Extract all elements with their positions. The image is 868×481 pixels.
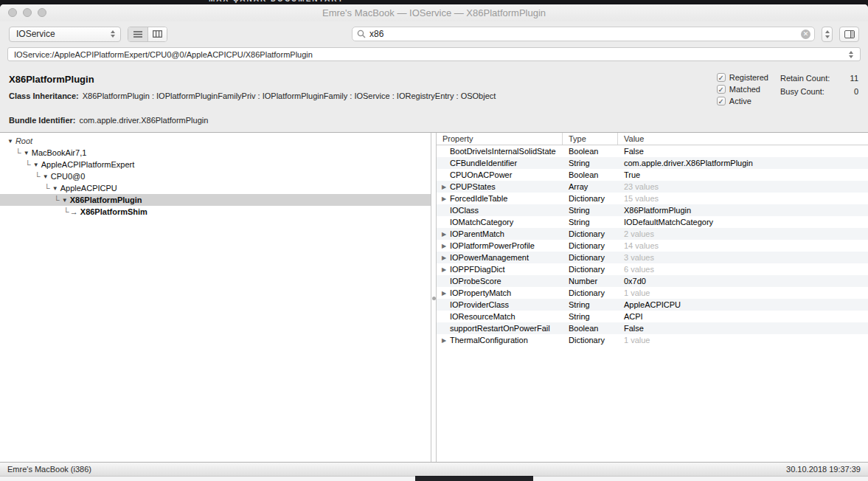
property-name-cell: ▶IOPowerManagement xyxy=(437,253,563,262)
clear-search-icon[interactable]: ✕ xyxy=(801,30,810,39)
close-button[interactable] xyxy=(8,8,17,17)
tree-branch-line: └ xyxy=(35,172,41,181)
property-row-iopropertymatch[interactable]: ▶IOPropertyMatchDictionary1 value xyxy=(437,287,868,299)
counts: Retain Count: 11 Busy Count: 0 xyxy=(780,73,858,96)
disclosure-triangle-icon[interactable]: ▶ xyxy=(440,195,450,202)
tree-item-label: Root xyxy=(15,136,32,145)
property-name-cell: ▶ForcedIdleTable xyxy=(437,194,563,203)
property-row-cpupstates[interactable]: ▶CPUPStatesArray23 values xyxy=(437,181,868,193)
zoom-button[interactable] xyxy=(38,8,46,17)
inspector-panel-icon xyxy=(844,30,855,38)
split-divider[interactable] xyxy=(431,133,437,462)
property-row-ioprobescore[interactable]: IOProbeScoreNumber0x7d0 xyxy=(437,275,868,287)
property-name: ThermalConfiguration xyxy=(450,336,528,345)
list-view-button[interactable] xyxy=(128,27,147,41)
property-name: IOParentMatch xyxy=(450,229,504,238)
property-row-ioproviderclass[interactable]: IOProviderClassStringAppleACPICPU xyxy=(437,299,868,311)
property-row-ioplatformpowerprofile[interactable]: ▶IOPlatformPowerProfileDictionary14 valu… xyxy=(437,240,868,252)
property-name-cell: ▶CPUPStates xyxy=(437,182,563,191)
disclosure-triangle-icon[interactable]: ▼ xyxy=(7,138,13,145)
tree-item-label: CPU0@0 xyxy=(51,172,86,181)
property-row-ioppfdiagdict[interactable]: ▶IOPPFDiagDictDictionary6 values xyxy=(437,263,868,275)
property-type: Dictionary xyxy=(563,229,618,238)
disclosure-triangle-icon[interactable]: ▶ xyxy=(440,231,450,238)
active-checkbox[interactable]: ✓ xyxy=(717,97,726,105)
property-value: 0x7d0 xyxy=(618,277,868,286)
property-type: Dictionary xyxy=(563,194,618,203)
disclosure-triangle-icon[interactable]: ▼ xyxy=(33,162,39,168)
plane-popup-button[interactable]: IOService xyxy=(9,27,121,42)
disclosure-triangle-icon[interactable]: ▶ xyxy=(440,243,450,249)
state-and-counts: ✓ Registered ✓ Matched ✓ Active Retain C… xyxy=(717,73,858,105)
tree-item-root[interactable]: ▼Root xyxy=(0,135,431,147)
busy-count-label: Busy Count: xyxy=(780,87,824,96)
tree-item-macbookair7-1[interactable]: └▼MacBookAir7,1 xyxy=(0,147,431,159)
property-row-cfbundleidentifier[interactable]: CFBundleIdentifierStringcom.apple.driver… xyxy=(437,157,868,169)
class-inheritance-label: Class Inheritance: xyxy=(9,91,79,100)
path-text: IOService:/AppleACPIPlatformExpert/CPU0@… xyxy=(14,50,847,59)
property-value: ACPI xyxy=(618,312,868,321)
status-bar: Emre's MacBook (i386) 30.10.2018 19:37:3… xyxy=(0,462,868,476)
registered-label: Registered xyxy=(729,73,768,82)
background-dock-fragment xyxy=(415,476,533,481)
search-result-stepper[interactable] xyxy=(822,27,833,42)
search-icon xyxy=(357,30,366,38)
titlebar[interactable]: Emre's MacBook — IOService — X86Platform… xyxy=(0,4,868,21)
matched-checkbox[interactable]: ✓ xyxy=(717,85,726,94)
property-row-iomatchcategory[interactable]: IOMatchCategoryStringIODefaultMatchCateg… xyxy=(437,216,868,228)
property-type: Number xyxy=(563,277,618,286)
divider-grip-icon[interactable] xyxy=(432,297,436,300)
active-label: Active xyxy=(729,97,751,105)
tree-item-x86platformplugin[interactable]: └▼X86PlatformPlugin xyxy=(0,194,431,206)
disclosure-triangle-icon[interactable]: ▶ xyxy=(440,255,450,261)
registry-tree: ▼Root└▼MacBookAir7,1└▼AppleACPIPlatformE… xyxy=(0,133,431,462)
property-name: IOProviderClass xyxy=(450,300,509,309)
bundle-identifier-line: Bundle Identifier:com.apple.driver.X86Pl… xyxy=(9,116,859,125)
tree-item-cpu0-0[interactable]: └▼CPU0@0 xyxy=(0,170,431,182)
property-name: BootDriveIsInternalSolidState xyxy=(450,147,556,156)
disclosure-triangle-icon[interactable]: ▼ xyxy=(62,197,68,204)
property-row-cpuonacpower[interactable]: CPUOnACPowerBooleanTrue xyxy=(437,169,868,181)
property-row-bootdriveisinternalsolidstate[interactable]: BootDriveIsInternalSolidStateBooleanFals… xyxy=(437,145,868,157)
column-view-button[interactable] xyxy=(147,27,167,41)
tree-item-appleacpicpu[interactable]: └▼AppleACPICPU xyxy=(0,182,431,194)
property-type: Array xyxy=(563,182,618,191)
property-type: Boolean xyxy=(563,147,618,156)
disclosure-triangle-icon[interactable]: ▶ xyxy=(440,290,450,297)
property-table-header: Property Type Value xyxy=(437,133,868,145)
disclosure-triangle-icon[interactable]: ▶ xyxy=(440,266,450,273)
toolbar: IOService ✕ xyxy=(0,21,868,46)
property-row-supportrestartonpowerfail[interactable]: supportRestartOnPowerFailBooleanFalse xyxy=(437,322,868,334)
registered-checkbox[interactable]: ✓ xyxy=(717,73,726,82)
property-row-thermalconfiguration[interactable]: ▶ThermalConfigurationDictionary1 value xyxy=(437,334,868,346)
path-bar-container: IOService:/AppleACPIPlatformExpert/CPU0@… xyxy=(0,46,868,66)
column-header-value[interactable]: Value xyxy=(618,133,868,145)
tree-item-appleacpiplatformexpert[interactable]: └▼AppleACPIPlatformExpert xyxy=(0,159,431,170)
property-name-cell: ▶IOPropertyMatch xyxy=(437,288,563,297)
bundle-identifier-value: com.apple.driver.X86PlatformPlugin xyxy=(79,116,208,125)
property-row-ioparentmatch[interactable]: ▶IOParentMatchDictionary2 values xyxy=(437,228,868,240)
column-header-property[interactable]: Property xyxy=(437,133,563,145)
search-input[interactable] xyxy=(369,29,797,39)
property-row-ioresourcematch[interactable]: IOResourceMatchStringACPI xyxy=(437,311,868,322)
minimize-button[interactable] xyxy=(23,8,32,17)
column-header-type[interactable]: Type xyxy=(563,133,618,145)
property-name-cell: ▶IOPlatformPowerProfile xyxy=(437,241,563,250)
busy-count-row: Busy Count: 0 xyxy=(780,87,858,96)
property-value: IODefaultMatchCategory xyxy=(618,218,868,226)
property-row-ioclass[interactable]: IOClassStringX86PlatformPlugin xyxy=(437,204,868,216)
property-row-forcedidletable[interactable]: ▶ForcedIdleTableDictionary15 values xyxy=(437,193,868,204)
disclosure-triangle-icon[interactable]: ▶ xyxy=(440,337,450,344)
path-popup[interactable]: IOService:/AppleACPIPlatformExpert/CPU0@… xyxy=(7,47,861,61)
disclosure-triangle-icon[interactable]: ▶ xyxy=(440,184,450,190)
inspector-toggle-button[interactable] xyxy=(839,27,859,42)
property-row-iopowermanagement[interactable]: ▶IOPowerManagementDictionary3 values xyxy=(437,252,868,263)
disclosure-triangle-icon[interactable]: ▼ xyxy=(52,185,58,192)
tree-item-label: X86PlatformPlugin xyxy=(70,195,142,204)
disclosure-triangle-icon[interactable]: ▼ xyxy=(43,173,49,180)
property-name-cell: IOProviderClass xyxy=(437,300,563,309)
tree-item-x86platformshim[interactable]: └→X86PlatformShim xyxy=(0,206,431,218)
search-field[interactable]: ✕ xyxy=(352,27,815,41)
property-name-cell: IOClass xyxy=(437,206,563,215)
disclosure-triangle-icon[interactable]: ▼ xyxy=(24,150,29,156)
